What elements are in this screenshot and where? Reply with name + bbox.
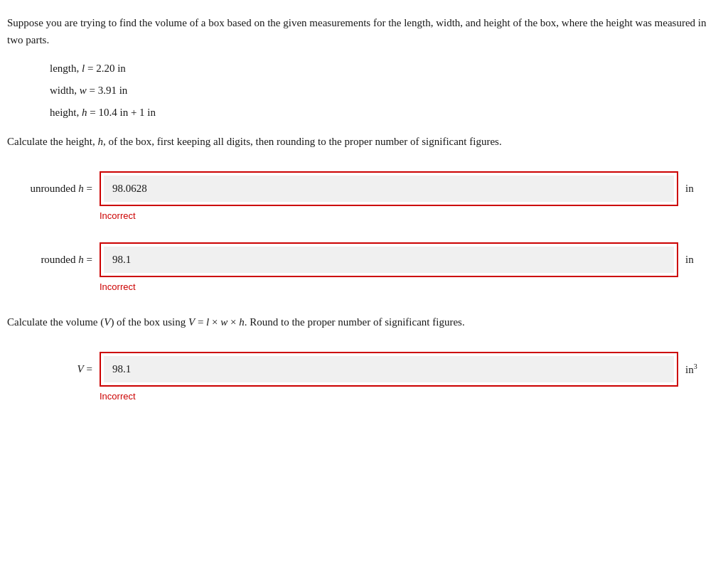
- rounded-h-input[interactable]: [104, 247, 674, 273]
- volume-input-row: V = in3: [7, 352, 707, 387]
- rounded-section: rounded h = in Incorrect: [7, 242, 707, 292]
- unrounded-input-row: unrounded h = in: [7, 171, 707, 206]
- volume-input[interactable]: [104, 356, 674, 382]
- volume-question-text: Calculate the volume (V) of the box usin…: [7, 313, 707, 330]
- height-measurement: height, h = 10.4 in + 1 in: [50, 107, 707, 119]
- volume-label: V =: [7, 363, 92, 375]
- rounded-label: rounded h =: [7, 254, 92, 266]
- width-measurement: width, w = 3.91 in: [50, 85, 707, 97]
- volume-input-wrapper: [100, 352, 678, 387]
- unrounded-h-input[interactable]: [104, 176, 674, 202]
- rounded-incorrect-label: Incorrect: [100, 281, 707, 292]
- unrounded-unit: in: [685, 183, 707, 195]
- rounded-input-wrapper: [100, 242, 678, 277]
- unrounded-section: unrounded h = in Incorrect: [7, 171, 707, 221]
- measurements-section: length, l = 2.20 in width, w = 3.91 in h…: [50, 63, 707, 119]
- rounded-unit: in: [685, 254, 707, 266]
- length-measurement: length, l = 2.20 in: [50, 63, 707, 75]
- rounded-input-row: rounded h = in: [7, 242, 707, 277]
- intro-text: Suppose you are trying to find the volum…: [7, 14, 707, 48]
- volume-incorrect-label: Incorrect: [100, 391, 707, 402]
- height-question-text: Calculate the height, h, of the box, fir…: [7, 133, 707, 150]
- unrounded-input-wrapper: [100, 171, 678, 206]
- volume-unit: in3: [685, 362, 707, 376]
- unrounded-label: unrounded h =: [7, 183, 92, 195]
- volume-section: V = in3 Incorrect: [7, 352, 707, 402]
- unrounded-incorrect-label: Incorrect: [100, 210, 707, 221]
